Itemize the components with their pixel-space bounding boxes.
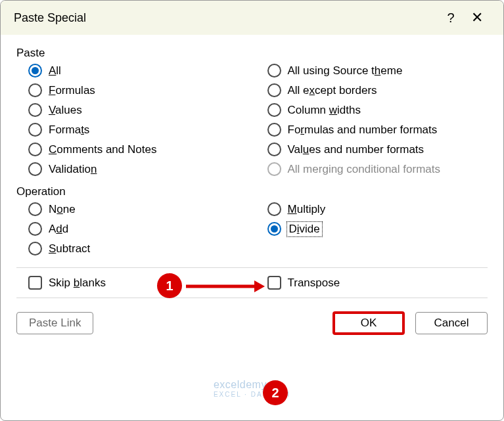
operation-radio-subtract[interactable]: Subtract [28, 242, 249, 255]
radio-label: Validation [49, 163, 97, 176]
dialog-title: Paste Special [14, 11, 438, 25]
annotation-marker-1: 1 [157, 273, 182, 298]
radio-label: Values [49, 104, 82, 117]
separator [16, 298, 488, 298]
operation-radio-divide[interactable]: Divide [267, 222, 488, 236]
radio-icon [28, 222, 42, 236]
radio-label: All except borders [288, 84, 377, 97]
radio-icon [28, 202, 42, 216]
radio-label: Formulas [49, 84, 95, 97]
close-button[interactable]: ✕ [464, 9, 490, 26]
radio-icon [267, 162, 281, 176]
radio-label: Formats [49, 123, 89, 137]
radio-icon [28, 123, 42, 137]
paste-radio-all-using-source-theme[interactable]: All using Source theme [267, 64, 488, 78]
operation-radio-multiply[interactable]: Multiply [267, 202, 488, 216]
paste-radio-formulas[interactable]: Formulas [28, 83, 249, 97]
transpose-checkbox[interactable]: Transpose [267, 276, 488, 290]
paste-radio-validation[interactable]: Validation [28, 162, 249, 176]
paste-radio-values[interactable]: Values [28, 103, 249, 117]
radio-label: All using Source theme [288, 64, 403, 78]
radio-label: Divide [288, 223, 321, 236]
ok-button[interactable]: OK [332, 311, 405, 335]
paste-radio-all-merging-conditional-formats: All merging conditional formats [267, 162, 488, 176]
radio-icon [267, 123, 281, 137]
paste-radio-formats[interactable]: Formats [28, 123, 249, 137]
paste-radio-column-widths[interactable]: Column widths [267, 103, 488, 117]
radio-label: All [49, 64, 61, 78]
cancel-button[interactable]: Cancel [415, 312, 488, 334]
operation-group-label: Operation [16, 185, 488, 198]
paste-options: AllFormulasValuesFormatsComments and Not… [16, 64, 488, 176]
checkbox-icon [28, 276, 42, 290]
separator [16, 267, 488, 268]
radio-icon [267, 222, 281, 236]
radio-icon [267, 202, 281, 216]
annotation-marker-2: 2 [263, 380, 288, 405]
paste-radio-values-and-number-formats[interactable]: Values and number formats [267, 143, 488, 156]
radio-icon [28, 83, 42, 97]
paste-group-label: Paste [16, 47, 488, 60]
paste-radio-all-except-borders[interactable]: All except borders [267, 83, 488, 97]
radio-label: Subtract [49, 242, 90, 255]
skip-blanks-label: Skip blanks [49, 277, 106, 290]
titlebar: Paste Special ? ✕ [1, 1, 503, 35]
radio-icon [267, 64, 281, 78]
paste-radio-all[interactable]: All [28, 64, 249, 78]
radio-icon [28, 64, 42, 78]
radio-label: Values and number formats [288, 143, 424, 156]
checkbox-icon [267, 276, 281, 290]
radio-icon [267, 103, 281, 117]
paste-radio-comments-and-notes[interactable]: Comments and Notes [28, 143, 249, 156]
operation-radio-none[interactable]: None [28, 202, 249, 216]
radio-label: Formulas and number formats [288, 123, 438, 137]
radio-label: Add [49, 223, 68, 236]
radio-label: All merging conditional formats [288, 163, 440, 176]
paste-radio-formulas-and-number-formats[interactable]: Formulas and number formats [267, 123, 488, 137]
annotation-arrow-icon [186, 279, 265, 294]
radio-icon [28, 103, 42, 117]
paste-special-dialog: Paste Special ? ✕ Paste AllFormulasValue… [0, 0, 504, 421]
radio-label: Multiply [288, 203, 326, 216]
operation-options: NoneAddSubtract MultiplyDivide [16, 202, 488, 255]
button-row: Paste Link OK Cancel [16, 311, 488, 339]
radio-icon [28, 143, 42, 156]
radio-icon [28, 242, 42, 255]
help-button[interactable]: ? [438, 11, 464, 26]
dialog-body: Paste AllFormulasValuesFormatsComments a… [1, 35, 503, 420]
svg-marker-1 [254, 280, 265, 292]
radio-icon [28, 162, 42, 176]
radio-label: Column widths [288, 104, 361, 117]
transpose-label: Transpose [288, 277, 340, 290]
radio-label: Comments and Notes [49, 143, 156, 156]
radio-icon [267, 143, 281, 156]
radio-icon [267, 83, 281, 97]
radio-label: None [49, 203, 76, 216]
operation-radio-add[interactable]: Add [28, 222, 249, 236]
paste-link-button[interactable]: Paste Link [16, 312, 93, 334]
